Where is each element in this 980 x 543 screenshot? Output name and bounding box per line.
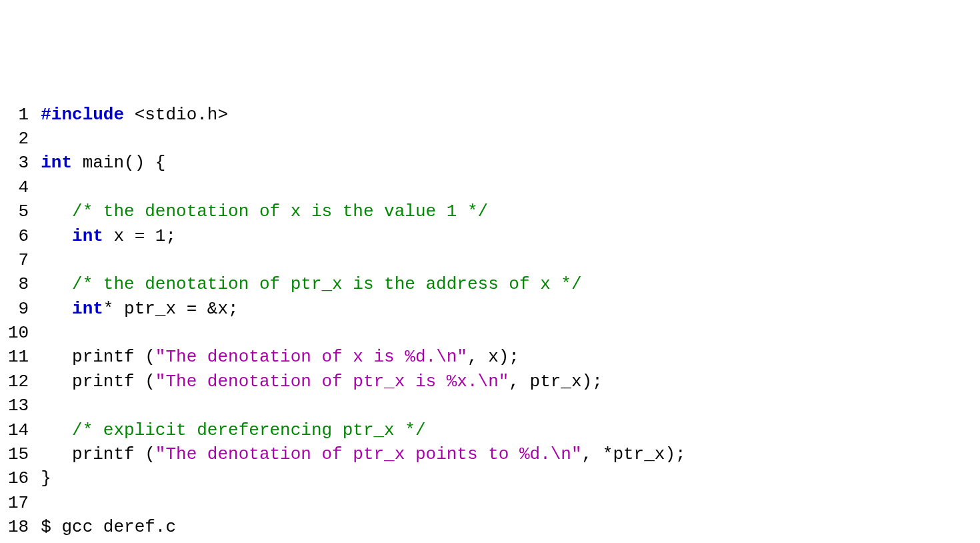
line-number: 9 [8, 297, 29, 321]
line-number: 8 [8, 272, 29, 296]
code-content: #include <stdio.h> int main() { /* the d… [41, 103, 972, 543]
code-token: int [72, 226, 103, 246]
code-token [41, 420, 72, 440]
code-token: , ptr_x); [509, 372, 602, 392]
code-token: /* the denotation of x is the value 1 */ [72, 201, 488, 221]
code-token: /* explicit dereferencing ptr_x */ [72, 420, 426, 440]
line-number: 10 [8, 321, 29, 345]
code-line: printf ("The denotation of x is %d.\n", … [41, 345, 972, 369]
code-token: , x); [467, 347, 519, 367]
line-number: 14 [8, 418, 29, 442]
line-number: 17 [8, 491, 29, 515]
line-number: 6 [8, 224, 29, 248]
code-token: $ gcc deref.c [41, 517, 176, 537]
code-line: int main() { [41, 151, 972, 175]
code-line: $ gcc deref.c [41, 515, 972, 539]
code-token: #include [41, 105, 124, 125]
code-token [41, 226, 72, 246]
code-token: printf ( [41, 347, 155, 367]
line-number: 5 [8, 199, 29, 223]
code-line: int* ptr_x = &x; [41, 297, 972, 321]
code-token: int [72, 299, 103, 319]
line-number: 18 [8, 515, 29, 539]
line-number: 13 [8, 394, 29, 418]
code-line: } [41, 466, 972, 490]
code-line [41, 491, 972, 515]
code-token: printf ( [41, 372, 155, 392]
line-number: 12 [8, 370, 29, 394]
code-token [41, 299, 72, 319]
code-line [41, 394, 972, 418]
code-line: /* the denotation of x is the value 1 */ [41, 199, 972, 223]
line-number: 4 [8, 175, 29, 199]
line-number: 15 [8, 442, 29, 466]
code-line: $ ./a.out [41, 540, 972, 543]
code-line: printf ("The denotation of ptr_x is %x.\… [41, 370, 972, 394]
code-line: int x = 1; [41, 224, 972, 248]
code-token: int [41, 153, 72, 173]
code-line [41, 175, 972, 199]
code-token: "The denotation of x is %d.\n" [155, 347, 467, 367]
code-token: } [41, 468, 51, 488]
line-number: 7 [8, 248, 29, 272]
code-token: , *ptr_x); [582, 444, 686, 464]
code-token: printf ( [41, 444, 155, 464]
code-token: /* the denotation of ptr_x is the addres… [72, 274, 582, 294]
line-number: 2 [8, 127, 29, 151]
code-token: "The denotation of ptr_x is %x.\n" [155, 372, 509, 392]
line-number: 1 [8, 103, 29, 127]
code-token: <stdio.h> [124, 105, 228, 125]
code-line: #include <stdio.h> [41, 103, 972, 127]
code-line [41, 127, 972, 151]
code-line: /* the denotation of ptr_x is the addres… [41, 272, 972, 296]
code-listing: 12345678910111213141516171819202122 #inc… [8, 103, 972, 543]
code-token: "The denotation of ptr_x points to %d.\n… [155, 444, 582, 464]
line-number: 16 [8, 466, 29, 490]
code-token [41, 274, 72, 294]
line-number-gutter: 12345678910111213141516171819202122 [8, 103, 41, 543]
code-token: x = 1; [103, 226, 176, 246]
line-number: 19 [8, 540, 29, 543]
code-token: main() { [72, 153, 165, 173]
code-token: * ptr_x = &x; [103, 299, 239, 319]
code-line [41, 248, 972, 272]
line-number: 3 [8, 151, 29, 175]
code-line: /* explicit dereferencing ptr_x */ [41, 418, 972, 442]
line-number: 11 [8, 345, 29, 369]
code-line: printf ("The denotation of ptr_x points … [41, 442, 972, 466]
code-line [41, 321, 972, 345]
code-token [41, 201, 72, 221]
